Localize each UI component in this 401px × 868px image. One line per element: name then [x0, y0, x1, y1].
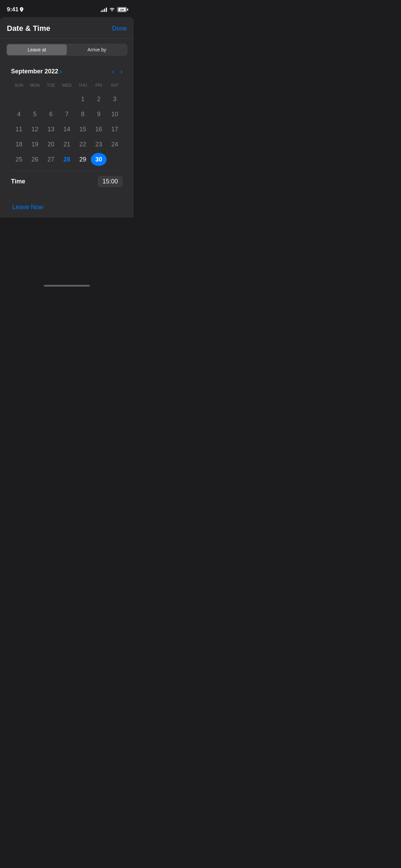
date-cell-10[interactable]: 10	[107, 108, 123, 121]
leave-now-card[interactable]: Leave Now	[6, 197, 127, 218]
date-cell-3[interactable]: 3	[107, 93, 123, 106]
date-cell-empty	[11, 93, 27, 106]
time-picker[interactable]: 15:00	[98, 176, 123, 187]
sheet-header: Date & Time Done	[0, 17, 134, 39]
dow-wed: WED	[59, 82, 75, 89]
time-row: Time 15:00	[11, 171, 123, 187]
date-cell-28[interactable]: 28	[59, 153, 75, 166]
date-cell-7[interactable]: 7	[59, 108, 75, 121]
status-bar: 9:41 100	[0, 0, 134, 17]
date-cell-17[interactable]: 17	[107, 123, 123, 136]
date-cell-16[interactable]: 16	[91, 123, 107, 136]
date-cell-25[interactable]: 25	[11, 153, 27, 166]
month-expand-icon[interactable]: ›	[60, 68, 62, 75]
date-cell-26[interactable]: 26	[27, 153, 43, 166]
date-cell-1[interactable]: 1	[75, 93, 91, 106]
location-icon	[20, 7, 23, 12]
leave-now-label: Leave Now	[12, 204, 43, 210]
next-month-button[interactable]: ›	[120, 68, 123, 75]
arrive-by-label: Arrive by	[87, 47, 106, 52]
date-cell-empty	[43, 93, 59, 106]
home-bar	[44, 285, 90, 287]
date-cell-24[interactable]: 24	[107, 138, 123, 151]
status-time: 9:41	[7, 6, 23, 13]
date-cell-14[interactable]: 14	[59, 123, 75, 136]
battery-icon: 100	[117, 7, 127, 12]
days-of-week-row: SUN MON TUE WED THU FRI SAT	[11, 82, 123, 89]
arrive-by-tab[interactable]: Arrive by	[67, 44, 127, 55]
date-cell-5[interactable]: 5	[27, 108, 43, 121]
home-indicator	[0, 281, 134, 289]
date-cell-27[interactable]: 27	[43, 153, 59, 166]
month-title: September 2022 ›	[11, 68, 62, 75]
dow-tue: TUE	[43, 82, 59, 89]
signal-icon	[101, 7, 107, 12]
dow-sun: SUN	[11, 82, 27, 89]
date-cell-12[interactable]: 12	[27, 123, 43, 136]
date-cell-23[interactable]: 23	[91, 138, 107, 151]
bottom-sheet: Date & Time Done Leave at Arrive by Sept…	[0, 17, 134, 218]
date-cell-empty	[27, 93, 43, 106]
date-cell-15[interactable]: 15	[75, 123, 91, 136]
date-cell-empty	[59, 93, 75, 106]
date-cell-2[interactable]: 2	[91, 93, 107, 106]
date-cell-22[interactable]: 22	[75, 138, 91, 151]
time-display: 9:41	[7, 6, 19, 13]
month-navigation: ‹ ›	[112, 68, 123, 75]
time-label: Time	[11, 178, 25, 185]
date-cell-8[interactable]: 8	[75, 108, 91, 121]
dow-fri: FRI	[91, 82, 107, 89]
leave-at-tab[interactable]: Leave at	[7, 44, 67, 55]
date-cell-19[interactable]: 19	[27, 138, 43, 151]
month-label: September 2022	[11, 68, 58, 75]
date-cell-20[interactable]: 20	[43, 138, 59, 151]
page-title: Date & Time	[7, 24, 50, 33]
date-cell-29[interactable]: 29	[75, 153, 91, 166]
calendar-card: September 2022 › ‹ › SUN MON TUE WED THU…	[6, 62, 127, 193]
month-header: September 2022 › ‹ ›	[11, 68, 123, 75]
date-cell-30[interactable]: 30	[91, 153, 107, 166]
dow-sat: SAT	[107, 82, 123, 89]
segment-control: Leave at Arrive by	[6, 44, 127, 56]
dow-mon: MON	[27, 82, 43, 89]
status-icons: 100	[101, 7, 127, 13]
date-cell-13[interactable]: 13	[43, 123, 59, 136]
leave-at-label: Leave at	[28, 47, 46, 52]
battery-level: 100	[118, 8, 126, 11]
date-cell-21[interactable]: 21	[59, 138, 75, 151]
date-cell-18[interactable]: 18	[11, 138, 27, 151]
date-grid: 1234567891011121314151617181920212223242…	[11, 93, 123, 166]
prev-month-button[interactable]: ‹	[112, 68, 114, 75]
wifi-icon	[109, 7, 115, 13]
segment-wrapper: Leave at Arrive by	[0, 39, 134, 59]
date-cell-6[interactable]: 6	[43, 108, 59, 121]
date-cell-4[interactable]: 4	[11, 108, 27, 121]
date-cell-11[interactable]: 11	[11, 123, 27, 136]
date-cell-9[interactable]: 9	[91, 108, 107, 121]
dow-thu: THU	[75, 82, 91, 89]
done-button[interactable]: Done	[112, 25, 127, 32]
